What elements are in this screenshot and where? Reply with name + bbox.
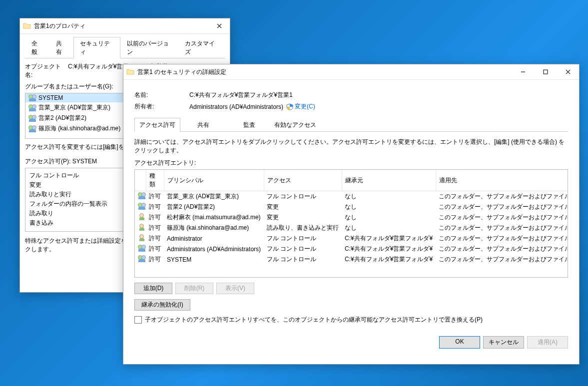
column-header[interactable]: プリンシパル: [164, 170, 264, 191]
advanced-security-window: 営業1 のセキュリティの詳細設定 名前: C:¥共有フォルダ¥営業フォルダ¥営業…: [123, 64, 580, 365]
table-row[interactable]: 許可篠原海 (kai.shinohara@ad.me)読み取り、書き込みと実行な…: [135, 223, 568, 233]
group-icon: [138, 245, 146, 252]
minimize-icon: [521, 69, 526, 74]
entries-description: 詳細については、アクセス許可エントリをダブルクリックしてください。アクセス許可エ…: [134, 138, 568, 155]
owner-label: 所有者:: [134, 102, 189, 111]
group-icon: [138, 192, 146, 199]
close-button[interactable]: [557, 64, 579, 79]
properties-close-button[interactable]: [212, 20, 227, 31]
tab-以前のバージョン[interactable]: 以前のバージョン: [120, 37, 178, 58]
table-row[interactable]: 許可Administratorフル コントロールC:¥共有フォルダ¥営業フォルダ…: [135, 233, 568, 244]
apply-button[interactable]: 適用(A): [527, 336, 568, 349]
entries-label: アクセス許可エントリ:: [134, 159, 568, 167]
cancel-button[interactable]: キャンセル: [483, 336, 524, 349]
close-icon: [217, 23, 222, 28]
advanced-titlebar[interactable]: 営業1 のセキュリティの詳細設定: [123, 64, 579, 80]
group-icon: [138, 203, 146, 210]
group-icon: [28, 104, 36, 111]
add-button[interactable]: 追加(D): [134, 283, 172, 294]
remove-button[interactable]: 削除(R): [175, 283, 213, 294]
properties-titlebar[interactable]: 営業1のプロパティ: [20, 18, 230, 34]
tab-カスタマイズ[interactable]: カスタマイズ: [178, 37, 225, 58]
group-icon: [28, 94, 36, 101]
column-header[interactable]: [135, 170, 146, 191]
view-button[interactable]: 表示(V): [216, 283, 254, 294]
column-header[interactable]: 種類: [146, 170, 164, 191]
entries-table[interactable]: 種類プリンシパルアクセス継承元適用先 許可営業_東京 (AD¥営業_東京)フル …: [134, 169, 568, 278]
change-owner-link[interactable]: 変更(C): [295, 102, 315, 111]
maximize-icon: [543, 69, 548, 74]
table-row[interactable]: 許可営業_東京 (AD¥営業_東京)フル コントロールなしこのフォルダー、サブフ…: [135, 191, 568, 202]
disable-inheritance-button[interactable]: 継承の無効化(I): [134, 299, 190, 311]
shield-icon: [286, 103, 293, 110]
group-icon: [28, 115, 36, 122]
user-icon: [138, 213, 146, 220]
properties-title: 営業1のプロパティ: [34, 22, 212, 30]
column-header[interactable]: 適用先: [436, 170, 568, 191]
minimize-button[interactable]: [512, 64, 534, 79]
close-icon: [566, 69, 571, 74]
group-icon: [138, 255, 146, 262]
tab-アクセス許可[interactable]: アクセス許可: [134, 118, 180, 132]
column-header[interactable]: 継承元: [342, 170, 436, 191]
tab-セキュリティ[interactable]: セキュリティ: [73, 37, 120, 58]
table-row[interactable]: 許可松村麻衣 (mai.matsumura@ad.me)変更なしこのフォルダー、…: [135, 212, 568, 223]
user-icon: [138, 234, 146, 241]
name-value: C:¥共有フォルダ¥営業フォルダ¥営業1: [189, 91, 293, 99]
table-row[interactable]: 許可SYSTEMフル コントロールC:¥共有フォルダ¥営業フォルダ¥このフォルダ…: [135, 254, 568, 265]
tab-共有[interactable]: 共有: [180, 118, 226, 132]
advanced-title: 営業1 のセキュリティの詳細設定: [137, 68, 512, 76]
maximize-button[interactable]: [534, 64, 557, 79]
name-label: 名前:: [134, 91, 189, 99]
ok-button[interactable]: OK: [439, 336, 480, 349]
object-name-label: オブジェクト名:: [25, 62, 68, 79]
tab-全般[interactable]: 全般: [25, 37, 49, 58]
table-row[interactable]: 許可営業2 (AD¥営業2)変更なしこのフォルダー、サブフォルダーおよびファイル: [135, 202, 568, 212]
owner-value: Administrators (AD¥Administrators): [189, 103, 283, 110]
folder-icon: [126, 68, 134, 76]
folder-icon: [23, 22, 31, 30]
tab-監査[interactable]: 監査: [226, 118, 272, 132]
tab-有効なアクセス[interactable]: 有効なアクセス: [272, 118, 318, 132]
group-icon: [28, 125, 36, 132]
column-header[interactable]: アクセス: [264, 170, 342, 191]
replace-checkbox[interactable]: [134, 316, 142, 324]
tab-共有[interactable]: 共有: [49, 37, 74, 58]
user-icon: [138, 224, 146, 231]
advanced-tabs: アクセス許可共有監査有効なアクセス: [134, 118, 568, 132]
replace-checkbox-label: 子オブジェクトのアクセス許可エントリすべてを、このオブジェクトからの継承可能なア…: [145, 316, 483, 324]
table-row[interactable]: 許可Administrators (AD¥Administrators)フル コ…: [135, 244, 568, 254]
properties-tabs: 全般共有セキュリティ以前のバージョンカスタマイズ: [25, 37, 225, 58]
